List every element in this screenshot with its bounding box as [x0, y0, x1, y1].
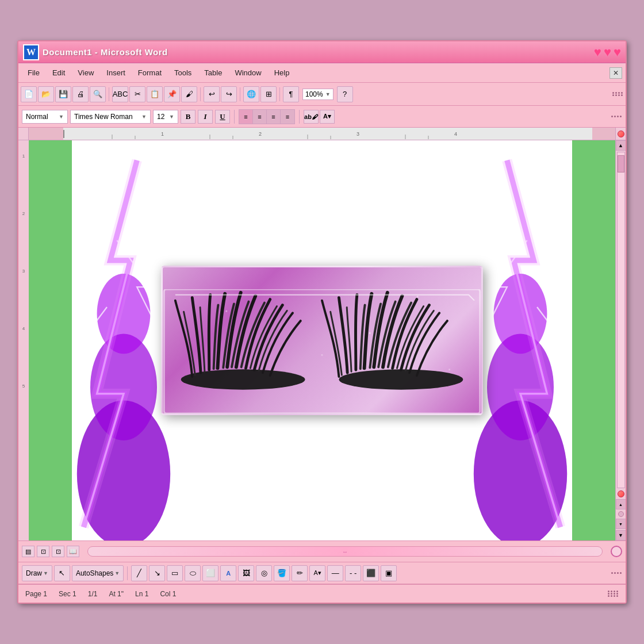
align-justify-button[interactable]: ≡	[281, 110, 294, 124]
select-cursor[interactable]: ↖	[54, 565, 70, 581]
heart-3: ♥	[614, 45, 621, 60]
draw-menu[interactable]: Draw ▼	[22, 565, 52, 581]
fill-color-tool[interactable]: 🪣	[274, 565, 290, 581]
wordart-tool[interactable]: A	[220, 565, 236, 581]
status-page: Page 1	[25, 590, 47, 598]
draw-label: Draw	[26, 569, 42, 577]
align-left-button[interactable]: ≡	[239, 110, 253, 124]
format-toolbar: Normal ▼ Times New Roman ▼ 12 ▼ B I U ≡ …	[18, 106, 626, 128]
format-sep-2	[299, 110, 300, 124]
svg-text:4: 4	[22, 326, 25, 331]
cut-button[interactable]: ✂	[129, 86, 145, 102]
menu-insert[interactable]: Insert	[101, 67, 131, 79]
right-scroll-circle[interactable]	[611, 546, 622, 557]
bottom-toolbar: ▤ ⊡ ⊡ 📖 ↔	[18, 540, 626, 562]
arrow-tool[interactable]: ↘	[149, 565, 165, 581]
menu-file[interactable]: File	[22, 67, 45, 79]
status-bar: Page 1 Sec 1 1/1 At 1" Ln 1 Col 1	[18, 584, 626, 603]
svg-text:1: 1	[22, 154, 25, 159]
paste-button[interactable]: 📌	[164, 86, 180, 102]
web-view-button[interactable]: ⊡	[37, 546, 49, 557]
status-sec: Sec 1	[59, 590, 76, 598]
underline-button[interactable]: U	[215, 110, 230, 124]
text-box-tool[interactable]: ⬜	[202, 565, 218, 581]
style-value: Normal	[26, 113, 48, 121]
svg-text:2: 2	[259, 131, 262, 137]
menu-tools[interactable]: Tools	[168, 67, 197, 79]
dash-style-tool[interactable]: - -	[345, 565, 361, 581]
scroll-circle-1[interactable]	[618, 490, 624, 497]
scroll-next-page[interactable]: ▼	[616, 519, 626, 529]
svg-point-19	[77, 400, 170, 540]
diagram-tool[interactable]: ◎	[256, 565, 272, 581]
ellipse-tool[interactable]: ⬭	[185, 565, 201, 581]
status-ln: Ln 1	[135, 590, 148, 598]
scroll-prev-page[interactable]: ▲	[616, 499, 626, 509]
scrollbar-thumb[interactable]	[618, 155, 624, 172]
svg-rect-0	[63, 130, 64, 138]
scroll-circle-2[interactable]	[618, 511, 624, 517]
help-button[interactable]: ?	[337, 86, 353, 102]
highlight-button[interactable]: ab🖌	[304, 110, 319, 124]
print-view-button[interactable]: ⊡	[52, 546, 64, 557]
print-button[interactable]: 🖨	[72, 86, 89, 102]
menu-window[interactable]: Window	[229, 67, 267, 79]
new-button[interactable]: 📄	[21, 86, 37, 102]
scroll-indicator: ↔	[342, 549, 348, 555]
heart-1: ♥	[594, 45, 601, 60]
style-dropdown[interactable]: Normal ▼	[22, 110, 68, 124]
menu-table[interactable]: Table	[198, 67, 228, 79]
menu-help[interactable]: Help	[269, 67, 296, 79]
menu-format[interactable]: Format	[132, 67, 167, 79]
svg-rect-27	[164, 289, 480, 413]
heart-2: ♥	[604, 45, 611, 60]
normal-view-button[interactable]: ▤	[22, 546, 34, 557]
format-painter-button[interactable]: 🖌	[181, 86, 197, 102]
font-color-button[interactable]: A▾	[320, 110, 335, 124]
copy-button[interactable]: 📋	[147, 86, 163, 102]
close-button[interactable]: ✕	[610, 67, 622, 79]
bold-button[interactable]: B	[181, 110, 195, 124]
italic-button[interactable]: I	[198, 110, 213, 124]
font-size-dropdown[interactable]: 12 ▼	[153, 110, 178, 124]
separator-1	[109, 87, 109, 101]
autoshapes-menu[interactable]: AutoShapes ▼	[72, 565, 124, 581]
svg-point-20	[90, 334, 157, 440]
tables-button[interactable]: ⊞	[260, 86, 277, 102]
line-style-tool[interactable]: —	[327, 565, 343, 581]
scroll-up-button[interactable]: ▲	[616, 140, 626, 151]
shadow-tool[interactable]: ⬛	[363, 565, 379, 581]
hyperlink-button[interactable]: 🌐	[243, 86, 259, 102]
line-color-tool[interactable]: ✏	[292, 565, 308, 581]
save-button[interactable]: 💾	[55, 86, 71, 102]
menu-edit[interactable]: Edit	[47, 67, 71, 79]
style-chevron: ▼	[59, 114, 64, 120]
svg-text:3: 3	[356, 131, 359, 137]
font-dropdown[interactable]: Times New Roman ▼	[70, 110, 151, 124]
align-center-button[interactable]: ≡	[253, 110, 267, 124]
print-preview-button[interactable]: 🔍	[90, 86, 106, 102]
title-bar-left: W Document1 - Microsoft Word	[23, 44, 168, 60]
font-color-tool-draw[interactable]: A▾	[309, 565, 325, 581]
toolbar-handle	[612, 92, 623, 96]
rectangle-tool[interactable]: ▭	[167, 565, 183, 581]
clip-art-tool[interactable]: 🖼	[238, 565, 254, 581]
scroll-down-button[interactable]: ▼	[616, 530, 626, 540]
svg-text:3: 3	[22, 269, 25, 274]
line-tool[interactable]: ╱	[131, 565, 147, 581]
menu-view[interactable]: View	[72, 67, 99, 79]
undo-button[interactable]: ↩	[204, 86, 220, 102]
highlight-group: ab🖌 A▾	[304, 110, 335, 124]
show-hide-button[interactable]: ¶	[283, 86, 299, 102]
redo-button[interactable]: ↪	[221, 86, 237, 102]
svg-point-24	[494, 274, 547, 354]
svg-rect-13	[18, 140, 29, 540]
reading-view-button[interactable]: 📖	[67, 546, 79, 557]
zoom-control[interactable]: 100% ▼	[302, 89, 334, 100]
scrollbar-track[interactable]	[617, 152, 625, 488]
3d-tool[interactable]: ▣	[381, 565, 397, 581]
horizontal-scrollbar[interactable]: ↔	[87, 546, 603, 557]
open-button[interactable]: 📂	[38, 86, 54, 102]
align-right-button[interactable]: ≡	[267, 110, 281, 124]
spell-check-button[interactable]: ABC	[112, 86, 128, 102]
